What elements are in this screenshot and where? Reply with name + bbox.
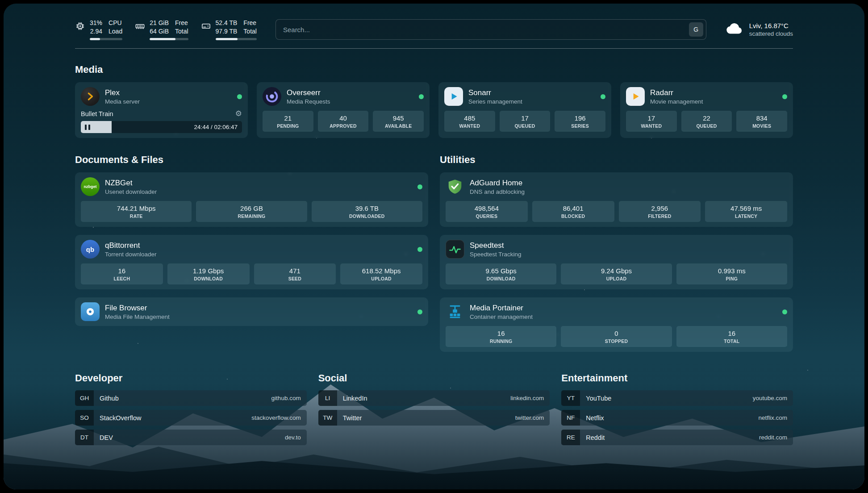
bookmark-linkedin[interactable]: LI LinkedIn linkedin.com: [318, 390, 550, 406]
cloud-icon: [725, 19, 744, 40]
service-link-qbittorrent[interactable]: qb qBittorrent Torrent downloader: [81, 240, 422, 259]
bookmark-abbr: SO: [75, 410, 94, 426]
stat-value: 0.993 ms: [678, 267, 785, 275]
cpu-label: CPU: [108, 19, 122, 27]
memory-icon: [135, 19, 145, 33]
service-desc: Media Requests: [287, 98, 330, 105]
stat-tile: 16 RUNNING: [446, 326, 556, 347]
disk-icon: [201, 19, 211, 33]
status-dot: [601, 94, 605, 99]
stat-value: 16: [83, 267, 161, 275]
stat-tile: 0.993 ms PING: [676, 263, 787, 284]
bookmark-name: Github: [100, 395, 119, 402]
stat-label: WANTED: [628, 123, 675, 129]
stat-label: DOWNLOAD: [169, 276, 248, 281]
bookmark-name: Twitter: [343, 414, 362, 422]
service-desc: Media File Management: [105, 313, 170, 320]
service-link-adguard[interactable]: AdGuard Home DNS and adblocking: [446, 177, 787, 196]
service-desc: Container management: [470, 313, 533, 320]
disk-progress-bar: [216, 38, 257, 40]
topbar-divider: [75, 48, 793, 49]
stat-label: MOVIES: [738, 123, 785, 129]
bookmark-dev[interactable]: DT DEV dev.to: [75, 430, 307, 445]
service-link-portainer[interactable]: Media Portainer Container management: [446, 302, 787, 321]
bookmark-url: youtube.com: [753, 395, 787, 401]
stat-tile: 9.24 Gbps UPLOAD: [561, 263, 672, 284]
bookmarks-social: Social LI LinkedIn linkedin.com TW Twitt…: [318, 372, 550, 430]
stat-value: 834: [738, 114, 785, 122]
bookmark-abbr: RE: [561, 430, 580, 445]
search-input[interactable]: [275, 19, 706, 40]
stat-tile: 744.21 Mbps RATE: [81, 201, 192, 222]
pause-icon[interactable]: [85, 125, 90, 130]
stat-tile: 945 AVAILABLE: [373, 111, 424, 132]
bookmark-twitter[interactable]: TW Twitter twitter.com: [318, 410, 550, 426]
service-card-portainer: Media Portainer Container management 16 …: [440, 297, 793, 352]
service-card-plex: Plex Media server Bullet Train ⚙ 24:44 /…: [75, 82, 248, 138]
stat-label: WANTED: [446, 123, 493, 129]
plex-icon: [81, 87, 100, 106]
qbittorrent-icon-text: qb: [86, 246, 94, 253]
gear-icon[interactable]: ⚙: [235, 110, 242, 117]
stat-value: 945: [375, 114, 422, 122]
bookmark-url: netflix.com: [758, 414, 787, 421]
disk-free-value: 52.4 TB: [216, 19, 238, 27]
stat-tile: 9.65 Gbps DOWNLOAD: [446, 263, 556, 284]
bookmark-url: reddit.com: [759, 434, 787, 441]
service-link-radarr[interactable]: Radarr Movie management: [626, 87, 787, 106]
bookmark-abbr: NF: [561, 410, 580, 426]
disk-widget: 52.4 TB Free 97.9 TB Total: [201, 19, 257, 40]
stat-value: 1.19 Gbps: [169, 267, 248, 275]
stat-tile: 485 WANTED: [444, 111, 495, 132]
memory-free-label: Free: [175, 19, 188, 27]
bookmark-github[interactable]: GH Github github.com: [75, 390, 307, 406]
stat-label: AVAILABLE: [375, 123, 422, 129]
now-playing-title: Bullet Train: [81, 110, 113, 117]
stat-label: UPLOAD: [342, 276, 421, 281]
stat-value: 22: [683, 114, 730, 122]
bookmark-abbr: GH: [75, 390, 94, 406]
bookmark-stackoverflow[interactable]: SO StackOverflow stackoverflow.com: [75, 410, 307, 426]
service-link-nzbget[interactable]: nzbget NZBGet Usenet downloader: [81, 177, 422, 196]
service-desc: Usenet downloader: [105, 188, 157, 195]
status-dot: [417, 184, 422, 189]
stat-tile: 266 GB REMAINING: [196, 201, 307, 222]
dashboard-content: 31% CPU 2.94 Load 21 GiB Free: [4, 4, 864, 489]
search-bar: G: [275, 19, 706, 40]
portainer-icon: [446, 302, 464, 321]
bookmark-abbr: DT: [75, 430, 94, 445]
stat-value: 9.65 Gbps: [447, 267, 555, 275]
search-provider-button[interactable]: G: [689, 22, 703, 37]
stat-label: SERIES: [556, 123, 604, 129]
documents-column: Documents & Files nzbget NZBGet Usenet d…: [75, 154, 428, 326]
stat-label: STOPPED: [563, 338, 670, 344]
service-name: Sonarr: [468, 88, 522, 97]
stat-value: 16: [447, 330, 555, 337]
section-title-documents: Documents & Files: [75, 154, 428, 166]
memory-free-value: 21 GiB: [150, 19, 169, 27]
bookmark-youtube[interactable]: YT YouTube youtube.com: [561, 390, 793, 406]
bookmark-netflix[interactable]: NF Netflix netflix.com: [561, 410, 793, 426]
service-link-speedtest[interactable]: Speedtest Speedtest Tracking: [446, 240, 787, 259]
stat-label: QUERIES: [447, 213, 526, 219]
stat-value: 498,564: [447, 205, 526, 212]
bookmark-reddit[interactable]: RE Reddit reddit.com: [561, 430, 793, 445]
service-link-plex[interactable]: Plex Media server: [81, 87, 242, 106]
stat-value: 618.52 Mbps: [342, 267, 421, 275]
stat-label: TOTAL: [678, 338, 785, 344]
service-card-radarr: Radarr Movie management 17 WANTED 22 QUE…: [620, 82, 793, 138]
service-desc: Torrent downloader: [105, 251, 157, 258]
stat-tile: 22 QUEUED: [681, 111, 732, 132]
service-link-filebrowser[interactable]: File Browser Media File Management: [81, 302, 422, 321]
stat-tile: 16 TOTAL: [676, 326, 787, 347]
stat-tile: 47.569 ms LATENCY: [705, 201, 787, 222]
stat-value: 0: [563, 330, 670, 337]
stat-tile: 40 APPROVED: [318, 111, 369, 132]
sonarr-icon: [444, 87, 463, 106]
service-card-nzbget: nzbget NZBGet Usenet downloader 744.21 M…: [75, 172, 428, 227]
memory-total-value: 64 GiB: [150, 27, 169, 35]
service-link-overseerr[interactable]: Overseerr Media Requests: [263, 87, 424, 106]
stat-value: 40: [320, 114, 367, 122]
service-link-sonarr[interactable]: Sonarr Series management: [444, 87, 605, 106]
bookmark-abbr: YT: [561, 390, 580, 406]
